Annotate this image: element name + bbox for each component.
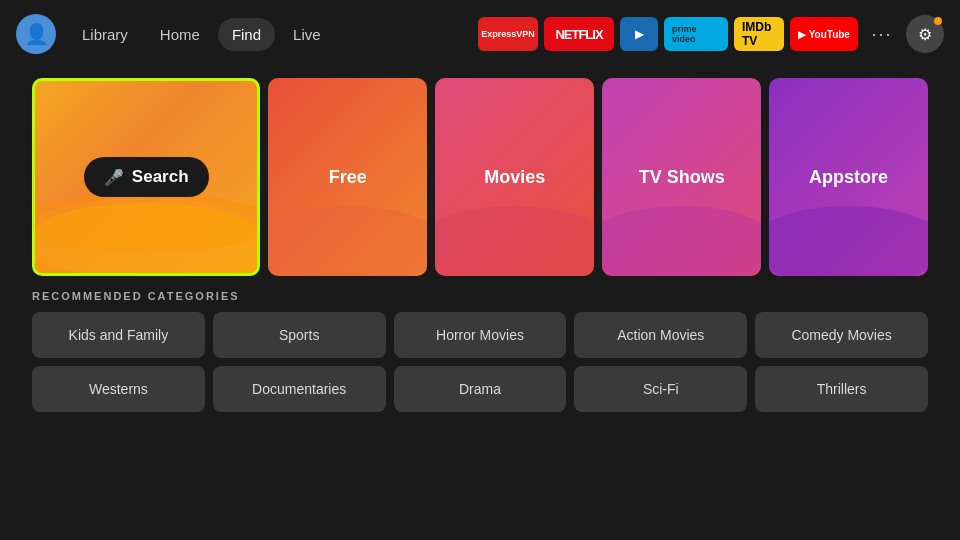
category-kids-family[interactable]: Kids and Family	[32, 312, 205, 358]
youtube-app[interactable]: ▶ YouTube	[790, 17, 858, 51]
category-westerns[interactable]: Westerns	[32, 366, 205, 412]
category-horror-movies[interactable]: Horror Movies	[394, 312, 567, 358]
search-button[interactable]: 🎤 Search	[84, 157, 209, 197]
appstore-label: Appstore	[809, 167, 888, 188]
more-apps-button[interactable]: ···	[864, 17, 900, 51]
settings-icon: ⚙	[918, 25, 932, 44]
category-drama[interactable]: Drama	[394, 366, 567, 412]
recommended-title: RECOMMENDED CATEGORIES	[32, 290, 928, 302]
recommended-row-2: Westerns Documentaries Drama Sci-Fi Thri…	[32, 366, 928, 412]
recommended-grid: Kids and Family Sports Horror Movies Act…	[32, 312, 928, 412]
paramount-app[interactable]: ▶	[620, 17, 658, 51]
free-tile[interactable]: Free	[268, 78, 427, 276]
expressvpn-app[interactable]: ExpressVPN	[478, 17, 538, 51]
tvshows-tile[interactable]: TV Shows	[602, 78, 761, 276]
movies-label: Movies	[484, 167, 545, 188]
category-tiles: 🎤 Search Free Movies TV Shows Appstore	[32, 78, 928, 276]
category-sci-fi[interactable]: Sci-Fi	[574, 366, 747, 412]
recommended-row-1: Kids and Family Sports Horror Movies Act…	[32, 312, 928, 358]
prime-video-app[interactable]: prime video	[664, 17, 728, 51]
imdb-app[interactable]: IMDb TV	[734, 17, 784, 51]
avatar[interactable]: 👤	[16, 14, 56, 54]
nav-library[interactable]: Library	[68, 18, 142, 51]
top-navigation: 👤 Library Home Find Live ExpressVPN NETF…	[0, 0, 960, 68]
netflix-app[interactable]: NETFLIX	[544, 17, 614, 51]
category-documentaries[interactable]: Documentaries	[213, 366, 386, 412]
microphone-icon: 🎤	[104, 168, 124, 187]
search-label: Search	[132, 167, 189, 187]
nav-find[interactable]: Find	[218, 18, 275, 51]
category-thrillers[interactable]: Thrillers	[755, 366, 928, 412]
settings-button[interactable]: ⚙	[906, 15, 944, 53]
category-action-movies[interactable]: Action Movies	[574, 312, 747, 358]
nav-home[interactable]: Home	[146, 18, 214, 51]
movies-tile[interactable]: Movies	[435, 78, 594, 276]
settings-notification-dot	[934, 17, 942, 25]
category-sports[interactable]: Sports	[213, 312, 386, 358]
avatar-icon: 👤	[24, 22, 49, 46]
main-content: 🎤 Search Free Movies TV Shows Appstore R…	[0, 68, 960, 428]
category-comedy-movies[interactable]: Comedy Movies	[755, 312, 928, 358]
appstore-tile[interactable]: Appstore	[769, 78, 928, 276]
nav-live[interactable]: Live	[279, 18, 335, 51]
search-tile[interactable]: 🎤 Search	[32, 78, 260, 276]
free-label: Free	[329, 167, 367, 188]
recommended-categories-section: RECOMMENDED CATEGORIES Kids and Family S…	[32, 290, 928, 412]
nav-links: Library Home Find Live	[68, 18, 335, 51]
app-shortcuts: ExpressVPN NETFLIX ▶ prime video IMDb TV…	[478, 15, 944, 53]
tvshows-label: TV Shows	[639, 167, 725, 188]
